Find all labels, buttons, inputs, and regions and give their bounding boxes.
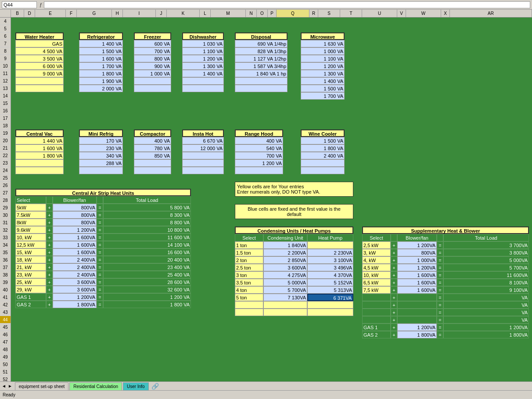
ca-row2-col2[interactable]: 800VA bbox=[53, 211, 97, 219]
col-P[interactable]: P bbox=[268, 10, 277, 17]
col-J[interactable]: J bbox=[156, 10, 167, 17]
ca-row6-col1[interactable]: 12,5 kW bbox=[15, 241, 46, 248]
cu-row10-hp[interactable] bbox=[307, 309, 353, 316]
sh-row9-col1[interactable] bbox=[362, 301, 391, 309]
cu-row2-hp[interactable]: 2 230VA bbox=[307, 249, 353, 256]
cu-row2-select[interactable]: 1.5 ton bbox=[235, 249, 263, 256]
wine-cooler-row2[interactable]: 1 800 VA bbox=[301, 144, 345, 152]
disposal-row1[interactable]: 690 VA 1/4hp bbox=[235, 40, 288, 47]
central-vac-row2[interactable]: 1 600 VA bbox=[15, 144, 64, 152]
cu-row4-cu[interactable]: 3 600VA bbox=[263, 264, 307, 271]
sh-row9-col2[interactable] bbox=[397, 301, 437, 309]
freezer-row1[interactable]: 600 VA bbox=[134, 40, 171, 47]
ca-row6-col2[interactable]: 1 600VA bbox=[53, 241, 97, 248]
tab-equipment-setup[interactable]: equipment set-up sheet bbox=[15, 382, 69, 390]
nav-right-button[interactable]: ► bbox=[8, 384, 12, 388]
range-hood-row1[interactable]: 400 VA bbox=[235, 137, 283, 144]
ca-row2-col1[interactable]: 7.5kW bbox=[15, 211, 46, 219]
col-G[interactable]: G bbox=[77, 10, 112, 17]
sh-row2-col2[interactable]: 800VA bbox=[397, 249, 437, 256]
col-F[interactable]: F bbox=[66, 10, 77, 17]
col-R[interactable]: R bbox=[309, 10, 318, 17]
ca-row10-col2[interactable]: 2 400VA bbox=[53, 271, 97, 278]
refrig-row1[interactable]: 1 400 VA bbox=[79, 40, 123, 47]
ca-row4-col1[interactable]: 9.6kW bbox=[15, 226, 46, 234]
ca-row9-col1[interactable]: 21, kW bbox=[15, 263, 46, 271]
refrig-row6[interactable]: 1 900 VA bbox=[79, 77, 123, 85]
dishwasher-row3[interactable]: 1 200 VA bbox=[182, 55, 224, 62]
cu-row6-select[interactable]: 3.5 ton bbox=[235, 279, 263, 286]
ca-row11-col1[interactable]: 25, kW bbox=[15, 278, 46, 286]
col-B[interactable]: B bbox=[11, 10, 24, 17]
sh-row13-col2[interactable]: 1 800VA bbox=[397, 331, 437, 338]
microwave-row6[interactable]: 1 400 VA bbox=[301, 77, 345, 85]
wine-cooler-row1[interactable]: 1 500 VA bbox=[301, 137, 345, 144]
col-V[interactable]: V bbox=[397, 10, 406, 17]
ca-row10-col1[interactable]: 23, kW bbox=[15, 271, 46, 278]
mini-refrig-row2[interactable]: 230 VA bbox=[79, 144, 123, 152]
col-K[interactable]: K bbox=[167, 10, 200, 17]
name-box[interactable]: Q44 bbox=[2, 1, 37, 8]
range-hood-row3[interactable]: 700 VA bbox=[235, 152, 283, 159]
cu-row4-hp[interactable]: 3 496VA bbox=[307, 264, 353, 271]
ca-row7-col2[interactable]: 1 600VA bbox=[53, 248, 97, 256]
tab-residential-calc[interactable]: Residential Calculation bbox=[69, 382, 122, 390]
col-T[interactable]: T bbox=[340, 10, 362, 17]
refrig-row2[interactable]: 1 500 VA bbox=[79, 47, 123, 55]
col-L[interactable]: L bbox=[200, 10, 211, 17]
ca-row9-col2[interactable]: 2 400VA bbox=[53, 263, 97, 271]
cu-row6-hp[interactable]: 5 152VA bbox=[307, 279, 353, 286]
microwave-row3[interactable]: 1 100 VA bbox=[301, 55, 345, 62]
sh-row1-col1[interactable]: 2,5 kW bbox=[362, 241, 391, 249]
ca-row12-col2[interactable]: 3 600VA bbox=[53, 286, 97, 293]
ca-row4-col2[interactable]: 1 200VA bbox=[53, 226, 97, 234]
ca-row8-col1[interactable]: 18, kW bbox=[15, 256, 46, 263]
disposal-row4[interactable]: 1 587 VA 3/4hp bbox=[235, 62, 288, 70]
compactor-row1[interactable]: 400 VA bbox=[134, 137, 171, 144]
sh-row10-col2[interactable] bbox=[397, 309, 437, 316]
refrig-row5[interactable]: 1 800 VA bbox=[79, 70, 123, 77]
dishwasher-row1[interactable]: 1 030 VA bbox=[182, 40, 224, 47]
col-H[interactable]: H bbox=[112, 10, 123, 17]
col-D[interactable]: D bbox=[24, 10, 35, 17]
ca-row5-col1[interactable]: 10, kW bbox=[15, 234, 46, 241]
sh-row4-col2[interactable]: 1 200VA bbox=[397, 264, 437, 271]
sh-row7-col1[interactable]: 7,5 kW bbox=[362, 286, 391, 294]
cu-row1-hp[interactable] bbox=[307, 241, 353, 249]
ca-row8-col2[interactable]: 2 400VA bbox=[53, 256, 97, 263]
col-I[interactable]: I bbox=[123, 10, 156, 17]
freezer-row3[interactable]: 800 VA bbox=[134, 55, 171, 62]
dishwasher-row2[interactable]: 1 100 VA bbox=[182, 47, 224, 55]
col-AR[interactable]: AR bbox=[450, 10, 532, 17]
formula-bar[interactable] bbox=[44, 1, 530, 8]
insta-hot-row2[interactable]: 12 000 VA bbox=[182, 144, 224, 152]
mini-refrig-row1[interactable]: 170 VA bbox=[79, 137, 123, 144]
mini-refrig-row3[interactable]: 340 VA bbox=[79, 152, 123, 159]
col-W[interactable]: W bbox=[406, 10, 441, 17]
ca-row3-col2[interactable]: 800VA bbox=[53, 219, 97, 226]
ca-row7-col1[interactable]: 15, kW bbox=[15, 248, 46, 256]
sh-row6-col2[interactable]: 1 600VA bbox=[397, 279, 437, 286]
col-M[interactable]: M bbox=[211, 10, 246, 17]
freezer-row2[interactable]: 700 VA bbox=[134, 47, 171, 55]
col-X[interactable]: X bbox=[441, 10, 450, 17]
col-Q[interactable]: Q bbox=[277, 10, 309, 17]
cu-row10-cu[interactable] bbox=[263, 309, 307, 316]
cu-row3-hp[interactable]: 3 100VA bbox=[307, 256, 353, 264]
dishwasher-row4[interactable]: 1 300 VA bbox=[182, 62, 224, 70]
water-heater-row4[interactable]: 6 000 VA bbox=[15, 62, 64, 70]
ca-row14-col2[interactable]: 1 800VA bbox=[53, 301, 97, 308]
sh-row10-col1[interactable] bbox=[362, 309, 391, 316]
sh-row11-col1[interactable] bbox=[362, 316, 391, 324]
ca-row5-col2[interactable]: 1 600VA bbox=[53, 234, 97, 241]
compactor-row2[interactable]: 780 VA bbox=[134, 144, 171, 152]
ca-row3-col1[interactable]: 8kW bbox=[15, 219, 46, 226]
microwave-row7[interactable]: 1 500 VA bbox=[301, 85, 345, 92]
sh-row3-col2[interactable]: 1 000VA bbox=[397, 256, 437, 264]
cu-row8-hp[interactable]: 6 371VA bbox=[307, 294, 353, 301]
microwave-row2[interactable]: 1 000 VA bbox=[301, 47, 345, 55]
compactor-row3[interactable]: 850 VA bbox=[134, 152, 171, 159]
microwave-row5[interactable]: 1 300 VA bbox=[301, 70, 345, 77]
dishwasher-row5[interactable]: 1 400 VA bbox=[182, 70, 224, 77]
ca-row12-col1[interactable]: 29, kW bbox=[15, 286, 46, 293]
